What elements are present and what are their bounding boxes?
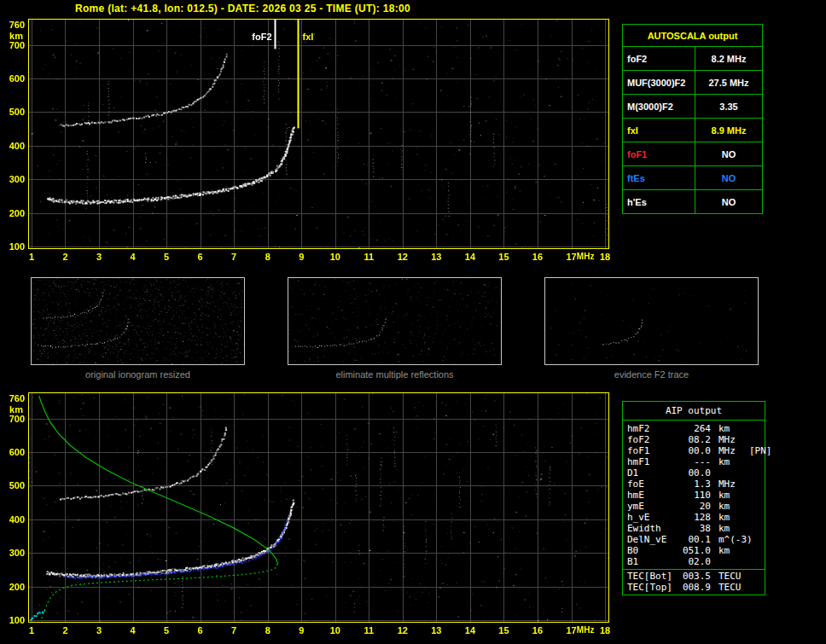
aip-row-label: TEC[Top] [627,582,678,593]
aip-row-extra [748,434,765,445]
aip-row-label: B1 [627,556,678,567]
thumbnail-panel-filtered [288,277,502,365]
aip-row-value: 110 [678,490,711,501]
aip-row: foF100.0MHz[PN] [623,445,765,456]
aip-row-unit: MHz [711,479,748,490]
thumbnail-canvas-original [32,278,244,364]
aip-row-extra: [PN] [748,445,772,456]
aip-row-extra [748,556,765,567]
aip-row-extra [748,571,765,582]
aip-row-unit: km [711,512,748,523]
aip-row-unit [711,467,748,479]
aip-row-extra [748,490,765,501]
aip-row-value: 00.0 [678,445,711,456]
aip-row-unit: km [711,423,748,434]
aip-table-header: AIP output [623,402,765,421]
autoscala-row-label: fxI [623,119,695,142]
aip-row: D100.0 [623,467,765,479]
aip-row-value: 003.5 [678,571,711,582]
aip-row-label: foF1 [627,445,678,456]
thumbnail-caption-original: original ionogram resized [31,369,245,380]
autoscala-output-table: AUTOSCALA outputfoF28.2 MHzMUF(3000)F227… [622,24,763,214]
aip-row-unit [711,556,748,567]
aip-row-extra [748,501,765,512]
autoscala-row-label: M(3000)F2 [623,95,695,118]
aip-row-extra [748,467,765,479]
aip-row-extra [748,423,765,434]
autoscala-row-value: NO [695,190,762,213]
thumbnail-caption-filtered: eliminate multiple reflections [288,369,502,380]
thumbnail-canvas-filtered [288,278,501,364]
autoscala-row-label: MUF(3000)F2 [623,71,695,94]
thumbnail-panel-f2trace [544,277,759,365]
aip-row-value: 02.0 [678,556,711,567]
thumbnail-caption-f2trace: evidence F2 trace [544,369,759,380]
thumbnail-panel-original [31,277,245,365]
aip-row-label: DelN_vE [627,534,678,545]
aip-row: foE1.3MHz [623,479,765,490]
aip-row: h_vE128km [623,512,765,523]
autoscala-row-label: h'Es [623,190,695,213]
thumbnail-canvas-f2trace [545,278,758,364]
aip-row-value: 00.1 [678,534,711,545]
aip-row: B102.0 [623,556,765,567]
aip-row-value: --- [678,456,711,467]
aip-row-value: 264 [678,423,711,434]
aip-row-value: 00.0 [678,467,711,479]
aip-row-unit: TECU [711,571,748,582]
aip-row-label: D1 [627,467,678,479]
aip-row-value: 08.2 [678,434,711,445]
aip-row: hmF2264km [623,423,765,434]
aip-row-unit: MHz [711,434,748,445]
aip-row: Ewidth38km [623,523,765,534]
aip-row-value: 008.9 [678,582,711,593]
aip-row-label: hmE [627,490,678,501]
aip-row-extra [748,456,765,467]
autoscala-row-value: 8.9 MHz [695,119,762,142]
aip-row-extra [748,479,765,490]
aip-row-unit: MHz [711,445,748,456]
aip-table-body: hmF2264kmfoF208.2MHzfoF100.0MHz[PN]hmF1-… [623,421,765,595]
aip-row: B0051.0km [623,545,765,556]
autoscala-row-value: 27.5 MHz [695,71,762,94]
aip-row-value: 051.0 [678,545,711,556]
aip-row-unit: km [711,523,748,534]
aip-row-extra [748,545,765,556]
aip-row-label: h_vE [627,512,678,523]
autoscala-row-label: foF1 [623,142,695,165]
aip-row: TEC[Bot]003.5TECU [623,569,765,582]
aip-row: hmE110km [623,490,765,501]
aip-row-unit: km [711,501,748,512]
aip-row-extra [748,512,765,523]
autoscala-row-value: NO [695,166,762,189]
aip-row-label: TEC[Bot] [627,571,678,582]
aip-row-extra [748,534,765,545]
aip-row-extra [748,582,765,593]
aip-row-label: hmF1 [627,456,678,467]
aip-row-unit: km [711,456,748,467]
bottom-ionogram-canvas [0,391,614,643]
aip-row-label: B0 [627,545,678,556]
aip-output-table: AIP outputhmF2264kmfoF208.2MHzfoF100.0MH… [622,401,765,595]
aip-row: DelN_vE00.1m^(-3) [623,534,765,545]
autoscala-row-value: 8.2 MHz [695,47,762,70]
aip-row: hmF1---km [623,456,765,467]
top-ionogram-canvas [0,17,614,266]
aip-row-value: 128 [678,512,711,523]
aip-row-unit: km [711,545,748,556]
autoscala-table-header: AUTOSCALA output [623,25,762,46]
autoscala-row-label: ftEs [623,166,695,189]
aip-row-extra [748,523,765,534]
station-title: Rome (lat: +41.8, lon: 012.5) - DATE: 20… [75,3,410,15]
aip-row-label: ymE [627,501,678,512]
aip-row-value: 20 [678,501,711,512]
aip-row: foF208.2MHz [623,434,765,445]
aip-row-label: Ewidth [627,523,678,534]
autoscala-row-label: foF2 [623,47,695,70]
aip-row: TEC[Top]008.9TECU [623,582,765,593]
aip-row: ymE20km [623,501,765,512]
aip-row-label: hmF2 [627,423,678,434]
aip-row-value: 38 [678,523,711,534]
aip-row-unit: m^(-3) [711,534,748,545]
autoscala-row-value: 3.35 [695,95,762,118]
